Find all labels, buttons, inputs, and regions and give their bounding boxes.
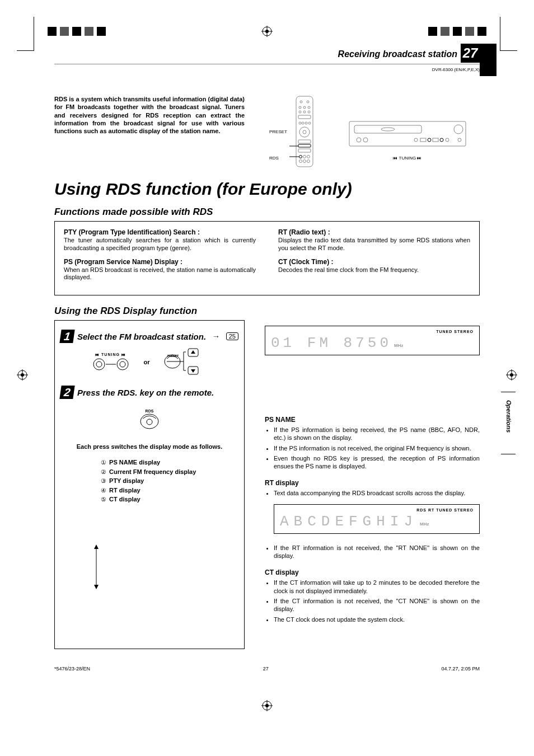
svg-point-34 bbox=[454, 125, 463, 134]
footer-right: 04.7.27, 2:05 PM bbox=[441, 666, 480, 672]
svg-point-9 bbox=[308, 106, 310, 109]
lcd2-indicators: RDS RT TUNED STEREO bbox=[280, 508, 474, 512]
list-item: Even though no RDS key is pressed, the r… bbox=[274, 454, 480, 471]
step2-title: Press the RDS. key on the remote. bbox=[77, 388, 214, 397]
steps-box: 1 Select the FM broadcast station. → 25 … bbox=[54, 320, 245, 649]
rds-key-icon bbox=[138, 413, 161, 430]
svg-marker-58 bbox=[94, 544, 99, 549]
svg-point-39 bbox=[428, 138, 431, 142]
mode-arrow-icon bbox=[94, 544, 99, 589]
svg-point-27 bbox=[303, 160, 306, 163]
rds-key-icon-wrap: RDS bbox=[60, 409, 238, 432]
crosshair-right-icon bbox=[506, 369, 517, 381]
step1-head: 1 Select the FM broadcast station. → 25 bbox=[60, 330, 238, 343]
footer-left: *5476/23-28/EN bbox=[54, 666, 90, 672]
side-tab-label: Operations bbox=[505, 400, 512, 433]
rt-title: RT display bbox=[265, 479, 480, 487]
side-tab: Operations bbox=[501, 392, 516, 454]
list-item: If the CT information will take up to 2 … bbox=[274, 579, 480, 595]
svg-point-26 bbox=[299, 160, 302, 163]
svg-point-8 bbox=[303, 106, 306, 109]
svg-point-41 bbox=[440, 138, 443, 142]
svg-point-12 bbox=[308, 111, 310, 113]
step2-number: 2 bbox=[59, 386, 74, 399]
lcd1-indicators: TUNED STEREO bbox=[271, 330, 474, 334]
footer-center: 27 bbox=[263, 666, 269, 672]
black-edge-tab bbox=[480, 44, 496, 76]
print-registration-top bbox=[0, 0, 534, 50]
step1-controls: ⏮ TUNING ⏭ or PRESET bbox=[60, 348, 238, 377]
svg-rect-32 bbox=[354, 125, 421, 133]
svg-point-36 bbox=[363, 138, 368, 142]
tuning-mini-label: ⏮ TUNING ⏭ bbox=[91, 353, 130, 356]
preset-label: PRESET bbox=[269, 129, 287, 134]
func-ps-desc: When an RDS broadcast is received, the s… bbox=[64, 266, 256, 282]
section-title: Receiving broadcast station bbox=[338, 49, 457, 59]
func-pty-desc: The tuner automatically searches for a s… bbox=[64, 237, 256, 252]
model-code: DVR-6300 (EN/K,P,E,X) bbox=[432, 67, 480, 72]
svg-rect-13 bbox=[298, 115, 311, 119]
svg-rect-40 bbox=[433, 138, 438, 142]
lcd-display-2: RDS RT TUNED STEREO ABCDEFGHIJMHz bbox=[274, 504, 480, 534]
rds-display-heading: Using the RDS Display function bbox=[54, 306, 245, 317]
svg-rect-22 bbox=[298, 149, 311, 152]
tuning-caption: ⏮ TUNING ⏭ bbox=[349, 156, 466, 161]
svg-point-47 bbox=[117, 359, 128, 370]
svg-point-33 bbox=[381, 128, 395, 131]
corner-mark-tr bbox=[500, 17, 517, 51]
ps-name-list: If the PS information is being received,… bbox=[274, 426, 480, 470]
list-item: If the PS information is being received,… bbox=[274, 426, 480, 442]
svg-point-48 bbox=[120, 361, 125, 367]
page-number: 27 bbox=[461, 44, 480, 63]
svg-point-23 bbox=[299, 156, 302, 158]
svg-point-44 bbox=[93, 359, 105, 370]
step1-title: Select the FM broadcast station. bbox=[77, 332, 206, 341]
header-rule bbox=[54, 64, 480, 64]
ct-list: If the CT information will take up to 2 … bbox=[274, 579, 480, 623]
crosshair-icon bbox=[261, 26, 273, 37]
rds-label: RDS bbox=[269, 156, 279, 161]
svg-point-42 bbox=[446, 138, 449, 142]
svg-point-25 bbox=[307, 156, 310, 158]
lcd2-main: ABCDEFGHIJMHz bbox=[280, 513, 474, 530]
functions-heading: Functions made possible with RDS bbox=[54, 206, 480, 218]
rds-key-label: RDS bbox=[60, 409, 238, 413]
svg-point-5 bbox=[300, 101, 302, 103]
right-column: TUNED STEREO 01 FM 8750MHz PS NAME If th… bbox=[265, 301, 480, 649]
svg-rect-21 bbox=[298, 144, 311, 147]
svg-point-67 bbox=[510, 373, 513, 377]
step1-number: 1 bbox=[59, 330, 74, 343]
svg-point-28 bbox=[307, 160, 310, 163]
svg-point-45 bbox=[96, 361, 102, 367]
lcd1-main: 01 FM 8750MHz bbox=[271, 335, 474, 351]
step1-page-ref: 25 bbox=[226, 332, 238, 340]
svg-marker-50 bbox=[191, 350, 195, 354]
page-footer: *5476/23-28/EN 27 04.7.27, 2:05 PM bbox=[54, 666, 480, 694]
list-item: If the RT information is not received, t… bbox=[274, 544, 480, 560]
lcd-display-1: TUNED STEREO 01 FM 8750MHz bbox=[265, 326, 480, 355]
svg-point-37 bbox=[414, 138, 418, 142]
func-pty-title: PTY (Program Type Identification) Search… bbox=[64, 228, 256, 236]
svg-text:PRESET: PRESET bbox=[167, 354, 179, 358]
list-item: If the PS information is not received, t… bbox=[274, 444, 480, 452]
reg-squares-left bbox=[48, 27, 106, 36]
svg-rect-4 bbox=[296, 96, 313, 167]
svg-point-15 bbox=[302, 122, 304, 124]
svg-point-10 bbox=[299, 111, 301, 113]
step2-head: 2 Press the RDS. key on the remote. bbox=[60, 386, 238, 399]
svg-point-35 bbox=[357, 138, 361, 142]
mode-list: ① PS NAME display ② Current FM frequency… bbox=[100, 458, 238, 504]
svg-point-3 bbox=[265, 30, 269, 33]
rt-list-a: Text data accompanying the RDS broadcast… bbox=[274, 489, 480, 497]
svg-rect-20 bbox=[298, 140, 311, 143]
device-diagram: PRESET bbox=[256, 95, 480, 161]
svg-point-14 bbox=[299, 122, 301, 124]
func-rt-desc: Displays the radio text data transmitted… bbox=[278, 237, 470, 252]
remote-icon bbox=[289, 95, 320, 168]
corner-mark-tl bbox=[17, 17, 34, 51]
page-content: Receiving broadcast station 27 DVR-6300 … bbox=[54, 56, 480, 649]
receiver-icon bbox=[349, 121, 466, 152]
tuning-knobs-icon bbox=[91, 356, 130, 371]
or-label: or bbox=[144, 359, 150, 365]
svg-point-6 bbox=[307, 101, 309, 103]
